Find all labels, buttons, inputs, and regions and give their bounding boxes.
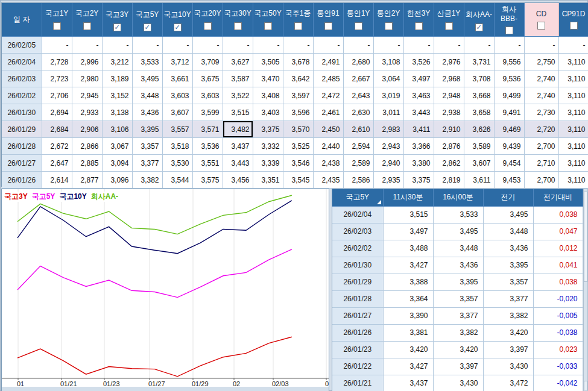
rate-cell[interactable]: 3,403 bbox=[253, 104, 283, 121]
rate-cell[interactable]: 3,110 bbox=[558, 104, 588, 121]
rate-cell[interactable]: 3,152 bbox=[102, 87, 132, 104]
rate-cell[interactable]: 3,607 bbox=[162, 104, 192, 121]
rate-cell[interactable]: 2,586 bbox=[343, 172, 373, 189]
rate-cell[interactable]: 3,526 bbox=[403, 54, 434, 70]
rate-cell[interactable]: 3,708 bbox=[464, 70, 494, 87]
rate-cell[interactable]: 3,525 bbox=[283, 138, 313, 155]
rate-cell[interactable]: 3,110 bbox=[558, 121, 588, 138]
rate-cell[interactable]: 3,515 bbox=[223, 104, 253, 121]
rate-cell[interactable]: 2,983 bbox=[373, 121, 403, 138]
rate-cell[interactable]: 2,976 bbox=[434, 54, 464, 70]
detail-cell-1600[interactable]: 3,420 bbox=[433, 341, 483, 358]
rate-cell[interactable]: - bbox=[223, 37, 253, 54]
rate-cell[interactable]: - bbox=[373, 37, 403, 54]
rate-cell[interactable]: 9,439 bbox=[494, 138, 524, 155]
rate-cell[interactable]: 3,437 bbox=[223, 138, 253, 155]
detail-row-date[interactable]: 26/02/02 bbox=[332, 240, 383, 257]
rate-cell[interactable]: 2,996 bbox=[72, 54, 102, 70]
rate-cell[interactable]: - bbox=[192, 37, 223, 54]
detail-cell-1600[interactable]: 3,533 bbox=[433, 206, 483, 223]
rate-row-date[interactable]: 26/02/04 bbox=[2, 54, 42, 70]
rate-row-date[interactable]: 26/01/29 bbox=[2, 121, 42, 138]
rate-cell[interactable]: 2,885 bbox=[72, 155, 102, 172]
column-checkbox[interactable] bbox=[385, 22, 393, 30]
detail-cell-diff[interactable]: 0,012 bbox=[533, 240, 583, 257]
rate-row-date[interactable]: 26/02/05 bbox=[2, 37, 42, 54]
rate-cell[interactable]: 2,610 bbox=[343, 121, 373, 138]
column-header-국고1Y[interactable]: 국고1Y bbox=[42, 3, 72, 37]
column-checkbox[interactable] bbox=[294, 22, 302, 30]
detail-row-date[interactable]: 26/01/27 bbox=[332, 307, 383, 324]
rate-cell[interactable]: 3,661 bbox=[162, 70, 192, 87]
rate-cell[interactable]: 3,110 bbox=[558, 138, 588, 155]
rate-cell[interactable]: 2,877 bbox=[72, 172, 102, 189]
rate-cell[interactable]: 3,067 bbox=[102, 138, 132, 155]
rate-cell[interactable]: 3,575 bbox=[192, 172, 223, 189]
rate-cell[interactable]: 9,454 bbox=[494, 155, 524, 172]
detail-cell-1600[interactable]: 3,357 bbox=[433, 290, 483, 307]
detail-cell-diff[interactable]: 0,047 bbox=[533, 223, 583, 240]
detail-cell-diff[interactable]: -0,020 bbox=[533, 290, 583, 307]
detail-cell-diff[interactable]: 0,023 bbox=[533, 341, 583, 358]
rate-cell[interactable]: 2,435 bbox=[313, 172, 343, 189]
rate-cell[interactable]: 3,094 bbox=[102, 155, 132, 172]
rate-cell[interactable]: 3,380 bbox=[403, 155, 434, 172]
column-header-국고5Y[interactable]: 국고5Y✓ bbox=[132, 3, 162, 37]
rate-cell[interactable]: 3,443 bbox=[223, 155, 253, 172]
rate-cell[interactable]: 3,599 bbox=[192, 104, 223, 121]
rate-cell[interactable]: - bbox=[524, 37, 558, 54]
rate-cell[interactable]: 3,110 bbox=[558, 54, 588, 70]
rate-cell[interactable]: 3,019 bbox=[373, 87, 403, 104]
rate-cell[interactable]: 3,375 bbox=[253, 121, 283, 138]
detail-row-date[interactable]: 26/01/26 bbox=[332, 324, 383, 341]
rate-cell[interactable]: 2,819 bbox=[434, 172, 464, 189]
rate-cell[interactable]: 9,499 bbox=[494, 87, 524, 104]
column-header-국고3Y[interactable]: 국고3Y✓ bbox=[102, 3, 132, 37]
detail-column-header-4[interactable]: 전기대비 bbox=[533, 189, 583, 206]
detail-row-date[interactable]: 26/02/03 bbox=[332, 223, 383, 240]
rate-cell[interactable]: 3,607 bbox=[464, 155, 494, 172]
detail-cell-prev[interactable]: 3,430 bbox=[483, 358, 533, 375]
rate-cell[interactable]: 3,495 bbox=[132, 70, 162, 87]
rate-row-date[interactable]: 26/02/03 bbox=[2, 70, 42, 87]
rate-cell[interactable]: 3,408 bbox=[253, 87, 283, 104]
rate-cell[interactable]: 2,700 bbox=[524, 172, 558, 189]
rate-cell[interactable]: 2,491 bbox=[313, 54, 343, 70]
rate-cell[interactable]: 2,730 bbox=[524, 104, 558, 121]
rate-cell[interactable]: 9,556 bbox=[494, 54, 524, 70]
column-header-통안91[interactable]: 통안91 bbox=[313, 3, 343, 37]
rate-cell[interactable]: 3,382 bbox=[132, 172, 162, 189]
rate-cell[interactable]: 2,723 bbox=[42, 70, 72, 87]
rate-cell[interactable]: 2,876 bbox=[434, 138, 464, 155]
column-header-CP91D[interactable]: CP91D bbox=[558, 3, 588, 37]
rate-cell[interactable]: 3,658 bbox=[464, 104, 494, 121]
detail-row-date[interactable]: 26/01/22 bbox=[332, 358, 383, 375]
rate-cell[interactable]: 3,110 bbox=[558, 87, 588, 104]
detail-cell-1600[interactable]: 3,377 bbox=[433, 307, 483, 324]
rate-cell[interactable]: 3,709 bbox=[192, 54, 223, 70]
rate-cell[interactable]: 3,603 bbox=[162, 87, 192, 104]
detail-cell-prev[interactable]: 3,357 bbox=[483, 274, 533, 290]
column-checkbox[interactable] bbox=[445, 22, 453, 30]
rate-cell[interactable]: 2,700 bbox=[524, 138, 558, 155]
rate-cell[interactable]: 3,571 bbox=[192, 121, 223, 138]
rate-cell[interactable]: 3,106 bbox=[102, 121, 132, 138]
rate-cell[interactable]: 2,862 bbox=[434, 155, 464, 172]
rate-cell[interactable]: 2,933 bbox=[72, 104, 102, 121]
rate-cell[interactable]: 2,866 bbox=[72, 138, 102, 155]
detail-column-header-3[interactable]: 전기 bbox=[483, 189, 533, 206]
rate-cell[interactable]: 2,935 bbox=[373, 172, 403, 189]
rate-cell[interactable]: 2,906 bbox=[72, 121, 102, 138]
rate-cell[interactable]: 3,712 bbox=[162, 54, 192, 70]
rate-cell[interactable]: - bbox=[434, 37, 464, 54]
scrollbar-button[interactable] bbox=[584, 381, 587, 390]
detail-column-header-0[interactable]: 국고5Y bbox=[332, 189, 383, 206]
rate-cell[interactable]: 3,545 bbox=[283, 172, 313, 189]
column-header-CD[interactable]: CD bbox=[524, 3, 558, 37]
detail-cell-1600[interactable]: 3,395 bbox=[433, 274, 483, 290]
detail-column-header-1[interactable]: 11시30분 bbox=[383, 189, 433, 206]
rate-cell[interactable]: 2,720 bbox=[524, 121, 558, 138]
column-checkbox[interactable]: ✓ bbox=[475, 23, 483, 31]
detail-cell-diff[interactable]: 0,038 bbox=[533, 274, 583, 290]
rate-cell[interactable]: 3,611 bbox=[464, 172, 494, 189]
